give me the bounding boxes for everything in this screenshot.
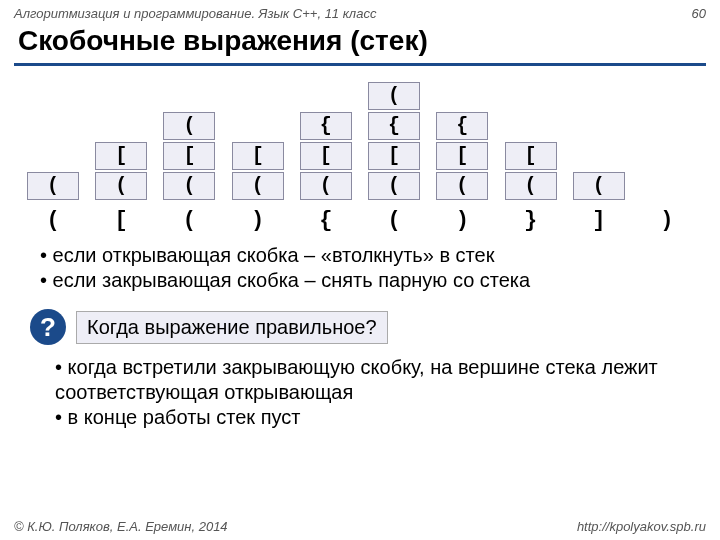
stack-cell: ( bbox=[163, 112, 215, 140]
stack: ({[( bbox=[368, 80, 420, 200]
input-char: ( bbox=[183, 208, 196, 233]
footer: © К.Ю. Поляков, Е.А. Еремин, 2014 http:/… bbox=[0, 519, 720, 534]
page-title: Скобочные выражения (стек) bbox=[0, 23, 720, 63]
input-char: [ bbox=[115, 208, 128, 233]
stack-column: ([(( bbox=[160, 80, 218, 233]
stack bbox=[641, 80, 693, 200]
question-row: ? Когда выражение правильное? bbox=[30, 309, 720, 345]
stack-cell: ( bbox=[505, 172, 557, 200]
header-bar: Алгоритмизация и программирование. Язык … bbox=[0, 0, 720, 23]
stack-cell: [ bbox=[232, 142, 284, 170]
stack: ([( bbox=[163, 80, 215, 200]
stack-column: (( bbox=[24, 80, 82, 233]
input-char: ( bbox=[387, 208, 400, 233]
input-char: ) bbox=[456, 208, 469, 233]
stack-column: {[() bbox=[433, 80, 491, 233]
stack: {[( bbox=[436, 80, 488, 200]
stack-column: [([ bbox=[92, 80, 150, 233]
stack: [( bbox=[95, 80, 147, 200]
stack-column: ({[(( bbox=[365, 80, 423, 233]
stack-cell: ( bbox=[573, 172, 625, 200]
footer-url: http://kpolyakov.spb.ru bbox=[577, 519, 706, 534]
stack: [( bbox=[505, 80, 557, 200]
stack-cell: ( bbox=[368, 82, 420, 110]
rule-open: если открывающая скобка – «втолкнуть» в … bbox=[53, 244, 495, 266]
stack-column: [(} bbox=[502, 80, 560, 233]
stack-cell: { bbox=[300, 112, 352, 140]
answers-list: • когда встретили закрывающую скобку, на… bbox=[0, 351, 720, 434]
rules-list: • если открывающая скобка – «втолкнуть» … bbox=[0, 237, 720, 299]
stack-cell: { bbox=[368, 112, 420, 140]
input-char: ] bbox=[592, 208, 605, 233]
input-char: ) bbox=[251, 208, 264, 233]
stack-cell: ( bbox=[300, 172, 352, 200]
input-char: ( bbox=[46, 208, 59, 233]
rule-close: если закрывающая скобка – снять парную с… bbox=[53, 269, 531, 291]
stack-cell: [ bbox=[300, 142, 352, 170]
credits: © К.Ю. Поляков, Е.А. Еремин, 2014 bbox=[14, 519, 228, 534]
input-char: ) bbox=[660, 208, 673, 233]
stack-cell: ( bbox=[368, 172, 420, 200]
stack: [( bbox=[232, 80, 284, 200]
stack-cell: [ bbox=[436, 142, 488, 170]
stack-cell: [ bbox=[368, 142, 420, 170]
stack-column: (] bbox=[570, 80, 628, 233]
stack-column: {[({ bbox=[297, 80, 355, 233]
stack: ( bbox=[27, 80, 79, 200]
stacks-diagram: (([([([(([(){[({({[(({[()[(}(]) bbox=[0, 80, 720, 237]
question-text: Когда выражение правильное? bbox=[76, 311, 388, 344]
stack-cell: [ bbox=[505, 142, 557, 170]
stack-cell: ( bbox=[232, 172, 284, 200]
stack: ( bbox=[573, 80, 625, 200]
stack-cell: { bbox=[436, 112, 488, 140]
page-number: 60 bbox=[692, 6, 706, 21]
stack-cell: ( bbox=[163, 172, 215, 200]
title-rule bbox=[14, 63, 706, 66]
stack-cell: [ bbox=[163, 142, 215, 170]
subject-label: Алгоритмизация и программирование. Язык … bbox=[14, 6, 376, 21]
input-char: } bbox=[524, 208, 537, 233]
stack-cell: ( bbox=[27, 172, 79, 200]
stack-column: [() bbox=[229, 80, 287, 233]
stack-cell: [ bbox=[95, 142, 147, 170]
answer-1: когда встретили закрывающую скобку, на в… bbox=[55, 356, 658, 403]
question-icon: ? bbox=[30, 309, 66, 345]
stack-cell: ( bbox=[436, 172, 488, 200]
stack: {[( bbox=[300, 80, 352, 200]
stack-cell: ( bbox=[95, 172, 147, 200]
input-char: { bbox=[319, 208, 332, 233]
stack-column: ) bbox=[638, 80, 696, 233]
answer-2: в конце работы стек пуст bbox=[68, 406, 301, 428]
